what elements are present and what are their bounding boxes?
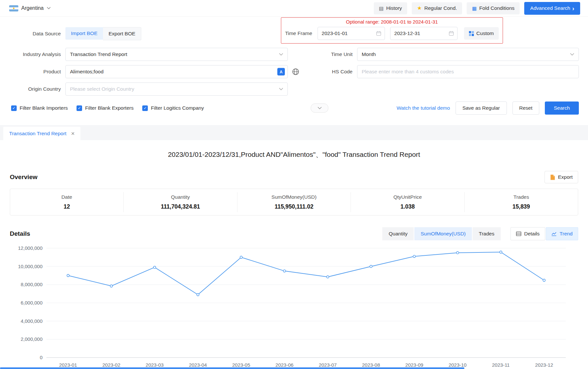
fold-conditions-icon: ▦ [472,6,476,11]
view-trend-button[interactable]: Trend [546,227,578,240]
stat-sum-of-money: SumOfMoney(USD) 115,950,111.02 [237,192,351,212]
chevron-down-icon [47,7,51,9]
industry-analysis-select[interactable]: Transaction Trend Report [65,48,288,61]
table-icon [516,231,521,236]
svg-text:2023-11: 2023-11 [492,362,510,368]
origin-country-select[interactable]: Please select Origin Country [65,83,288,96]
date-to-input[interactable]: 2023-12-31 [390,27,458,40]
stat-trades: Trades 15,839 [464,192,578,212]
stat-quantity: Quantity 111,704,324.81 [123,192,237,212]
svg-text:12,000,000: 12,000,000 [18,245,43,251]
save-as-regular-button[interactable]: Save as Regular [456,101,507,115]
export-file-icon [550,175,555,180]
filter-blank-importers-checkbox[interactable]: ✓ Filter Blank Importers [11,105,68,111]
svg-text:2023-05: 2023-05 [232,362,250,368]
data-source-toggle: Import BOE Export BOE [65,27,141,40]
svg-text:10,000,000: 10,000,000 [18,264,43,269]
metric-tab-quantity[interactable]: Quantity [382,227,414,240]
star-icon: ★ [417,6,422,11]
svg-text:2023-02: 2023-02 [102,362,120,368]
chevron-down-icon [279,53,283,56]
product-label: Product [9,69,61,75]
chevron-down-icon [279,88,283,90]
argentina-flag-icon [9,5,18,11]
view-toggle-group: Details Trend [510,227,578,240]
product-input[interactable] [65,65,288,78]
svg-text:2023-01: 2023-01 [59,362,77,368]
svg-text:2023-10: 2023-10 [449,362,467,368]
svg-text:4,000,000: 4,000,000 [21,318,43,324]
time-unit-select[interactable]: Month [357,48,579,61]
trend-chart-icon [551,232,557,236]
report-title: 2023/01/01-2023/12/31,Product AND"Alimen… [10,150,578,159]
search-button[interactable]: Search [545,101,579,115]
svg-text:2023-08: 2023-08 [362,362,380,368]
date-from-input[interactable]: 2023-01-01 [318,27,385,40]
svg-text:2023-12: 2023-12 [535,362,553,368]
tutorial-demo-link[interactable]: Watch the tutorial demo [397,105,450,111]
hs-code-label: HS Code [320,69,353,75]
trend-chart[interactable]: 02,000,0004,000,0006,000,0008,000,00010,… [10,244,578,369]
stat-qty-unit-price: QtyUnitPrice 1.038 [351,192,464,212]
checkbox-checked-icon: ✓ [142,105,148,111]
checkbox-checked-icon: ✓ [11,105,17,111]
custom-grid-icon [469,31,474,36]
history-icon: ▤ [379,6,384,11]
history-button[interactable]: ▤ History [374,2,407,14]
report-content: 2023/01/01-2023/12/31,Product AND"Alimen… [0,150,588,369]
regular-cond-button[interactable]: ★ Regular Cond. [412,2,462,14]
metric-toggle-group: Quantity SumOfMoney(USD) Trades [382,227,500,240]
arrow-right-icon: › [572,5,574,11]
filter-logitics-company-checkbox[interactable]: ✓ Filter Logitics Company [142,105,204,111]
checkbox-checked-icon: ✓ [77,105,82,111]
data-source-label: Data Source [9,31,61,37]
svg-text:2,000,000: 2,000,000 [21,336,43,342]
expand-conditions-button[interactable] [311,103,328,113]
scrollbar-thumb[interactable] [0,367,464,369]
svg-text:8,000,000: 8,000,000 [21,282,43,287]
advanced-search-button[interactable]: Advanced Search › [524,2,580,15]
overview-stats-card: Date 12 Quantity 111,704,324.81 SumOfMon… [10,189,578,215]
country-selector[interactable]: Argentina [9,5,51,11]
horizontal-scrollbar [0,367,588,369]
filter-panel: Data Source Import BOE Export BOE Option… [0,17,588,120]
time-frame-highlight-box: Optional range: 2008-01-01 to 2024-01-31… [281,17,503,44]
svg-text:2023-09: 2023-09 [405,362,423,368]
svg-text:0: 0 [40,355,43,360]
optional-range-text: Optional range: 2008-01-01 to 2024-01-31 [285,19,499,25]
hs-code-input[interactable] [357,65,579,78]
topbar: Argentina ▤ History ★ Regular Cond. ▦ Fo… [0,0,588,17]
fold-conditions-button[interactable]: ▦ Fold Conditions [467,2,520,14]
tab-transaction-trend-report[interactable]: Transaction Trend Report × [3,127,80,140]
export-button[interactable]: Export [545,171,578,183]
svg-text:2023-07: 2023-07 [319,362,337,368]
view-details-button[interactable]: Details [510,227,545,240]
calendar-icon [449,31,454,36]
svg-text:2023-06: 2023-06 [275,362,293,368]
svg-text:2023-03: 2023-03 [146,362,164,368]
export-boe-option[interactable]: Export BOE [103,27,141,40]
stat-date: Date 12 [10,192,123,212]
svg-text:6,000,000: 6,000,000 [21,300,43,305]
time-unit-label: Time Unit [320,51,353,57]
calendar-icon [376,31,381,36]
topbar-actions: ▤ History ★ Regular Cond. ▦ Fold Conditi… [374,2,580,15]
trend-chart-area: 02,000,0004,000,0006,000,0008,000,00010,… [10,244,578,369]
overview-heading: Overview [10,174,38,181]
details-heading: Details [10,230,30,237]
metric-tab-sum-of-money[interactable]: SumOfMoney(USD) [414,227,472,240]
close-icon[interactable]: × [71,130,75,137]
metric-tab-trades[interactable]: Trades [473,227,501,240]
translate-icon[interactable]: A [277,68,285,76]
language-globe-icon[interactable] [291,67,300,76]
chevron-down-icon [318,107,322,109]
chevron-down-icon [570,53,574,56]
filter-blank-exporters-checkbox[interactable]: ✓ Filter Blank Exporters [77,105,133,111]
time-frame-label: Time Frame [285,30,312,36]
country-name: Argentina [21,5,44,11]
import-boe-option[interactable]: Import BOE [65,27,103,40]
custom-range-button[interactable]: Custom [464,27,499,40]
reset-button[interactable]: Reset [512,101,540,115]
origin-country-label: Origin Country [9,86,61,92]
result-tabbar: Transaction Trend Report × [0,125,588,140]
